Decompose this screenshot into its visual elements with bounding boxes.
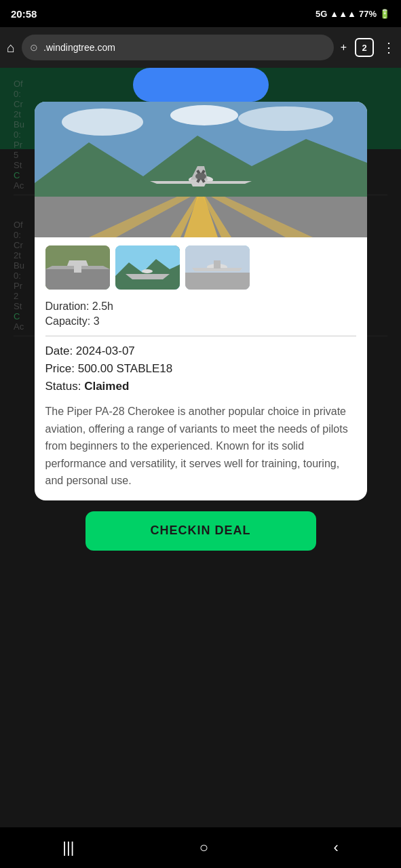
thumbnail-3[interactable] (185, 245, 250, 290)
battery-label: 77% (359, 9, 377, 19)
browser-chrome: ⌂ ⊙ .windingtree.com + 2 ⋮ (0, 27, 401, 68)
home-nav-button[interactable]: ○ (199, 839, 208, 856)
svg-point-26 (142, 269, 153, 273)
svg-rect-28 (185, 273, 250, 290)
modal-card: Duration: 2.5h Capacity: 3 Date: 2024-03… (35, 102, 367, 500)
main-image (35, 102, 367, 237)
time-display: 20:58 (11, 8, 37, 20)
svg-point-3 (170, 105, 238, 125)
details-section: Duration: 2.5h Capacity: 3 Date: 2024-03… (35, 298, 367, 500)
signal-label: 5G (316, 9, 327, 19)
status-row: Status: Claimed (45, 380, 356, 393)
svg-marker-25 (126, 274, 170, 279)
address-bar[interactable]: ⊙ .windingtree.com (22, 35, 334, 60)
status-bar: 20:58 5G ▲▲▲ 77% 🔋 (0, 0, 401, 27)
thumbnail-strip (35, 237, 367, 298)
thumbnail-1[interactable] (45, 245, 110, 290)
recent-apps-button[interactable]: ||| (62, 839, 74, 856)
android-nav-bar: ||| ○ ‹ (0, 827, 401, 868)
page-background: Of 0: Cr 2t Bu 0: Pr 5 St C Ac Of 0: Cr … (0, 68, 401, 827)
date-row: Date: 2024-03-07 (45, 344, 356, 358)
svg-rect-31 (214, 260, 221, 269)
capacity-row: Capacity: 3 (45, 315, 356, 328)
duration-row: Duration: 2.5h (45, 300, 356, 313)
price-row: Price: 500.00 STABLE18 (45, 362, 356, 376)
blue-button-peek[interactable] (133, 68, 269, 102)
home-button[interactable]: ⌂ (7, 40, 15, 56)
security-icon: ⊙ (30, 42, 38, 53)
checkin-button[interactable]: CHECKIN DEAL (85, 511, 316, 551)
browser-menu-button[interactable]: ⋮ (382, 39, 394, 56)
runway-scene (35, 102, 367, 237)
description-text: The Piper PA-28 Cherokee is another popu… (45, 403, 356, 490)
checkin-btn-wrapper: CHECKIN DEAL (85, 500, 316, 564)
url-text: .windingtree.com (43, 42, 115, 53)
signal-bars: ▲▲▲ (330, 9, 356, 19)
svg-point-17 (195, 173, 206, 180)
divider-1 (45, 336, 356, 336)
svg-point-1 (62, 108, 143, 136)
modal-overlay: Duration: 2.5h Capacity: 3 Date: 2024-03… (0, 68, 401, 827)
status-icons: 5G ▲▲▲ 77% 🔋 (316, 9, 390, 19)
tab-count-badge[interactable]: 2 (355, 38, 374, 57)
battery-icon: 🔋 (379, 9, 390, 19)
new-tab-button[interactable]: + (341, 41, 347, 54)
svg-point-2 (238, 106, 333, 131)
thumbnail-2[interactable] (115, 245, 180, 290)
status-value: Claimed (84, 380, 129, 393)
svg-rect-22 (74, 260, 81, 273)
runway-svg (35, 102, 367, 237)
back-button[interactable]: ‹ (333, 839, 338, 856)
browser-actions: + 2 ⋮ (341, 38, 394, 57)
